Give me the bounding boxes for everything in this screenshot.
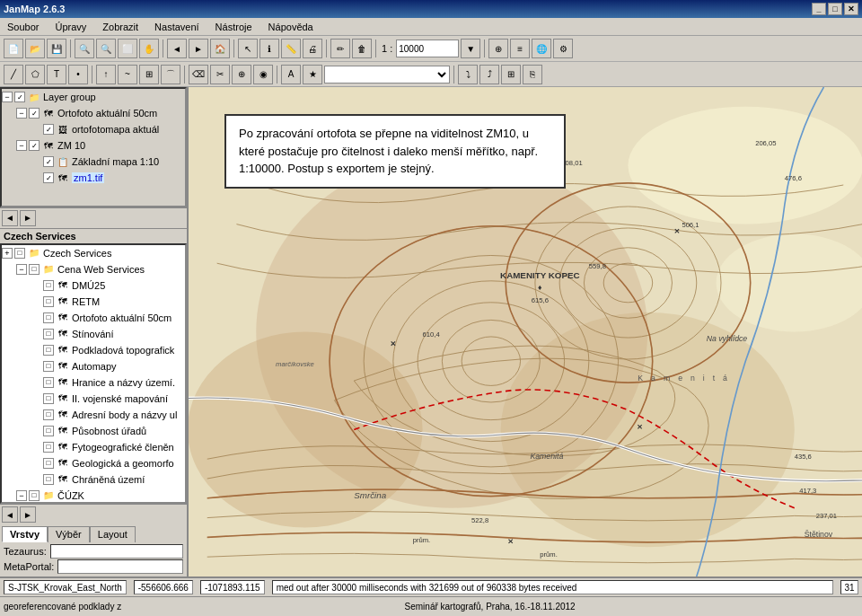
edit-button[interactable]: ✏ xyxy=(330,39,350,58)
arc-tool[interactable]: ⌒ xyxy=(161,65,180,84)
tree-zakladni[interactable]: ✓ 📋 Základní mapa 1:10 xyxy=(31,154,185,170)
checkbox-geo[interactable]: □ xyxy=(43,458,54,469)
tree-pusobnost[interactable]: □ 🗺 Působnost úřadů xyxy=(31,423,185,439)
menu-upravy[interactable]: Úpravy xyxy=(51,20,90,34)
checkbox-zm10[interactable]: ✓ xyxy=(29,140,40,151)
top-layer-tree[interactable]: − ✓ 📁 Layer group − ✓ 🗺 Ortofoto aktuáln… xyxy=(0,87,187,207)
tree-vojenske[interactable]: □ 🗺 II. vojenské mapování xyxy=(31,391,185,407)
tezaurus-input[interactable] xyxy=(50,544,183,559)
checkbox-ortofoto-sub[interactable]: ✓ xyxy=(43,124,54,135)
scale-apply[interactable]: ▼ xyxy=(461,39,480,58)
checkbox-zm1tif[interactable]: ✓ xyxy=(43,172,54,183)
open-button[interactable]: 📂 xyxy=(25,39,45,58)
checkbox-dmu[interactable]: □ xyxy=(43,280,54,291)
copy-map[interactable]: ⎘ xyxy=(523,65,542,84)
checkbox-cws[interactable]: □ xyxy=(29,264,40,275)
layer-button[interactable]: ≡ xyxy=(510,39,530,58)
expander-ortofoto[interactable]: − xyxy=(16,108,27,119)
measure-button[interactable]: 📏 xyxy=(281,39,301,58)
bottom-nav-left[interactable]: ◄ xyxy=(2,506,18,523)
zoom-full-button[interactable]: ⬜ xyxy=(118,39,137,58)
export-btn1[interactable]: ⤵ xyxy=(458,65,478,84)
checkbox-pus[interactable]: □ xyxy=(43,426,54,436)
pan-button[interactable]: ✋ xyxy=(139,39,159,58)
tree-zm10[interactable]: − ✓ 🗺 ZM 10 xyxy=(16,137,185,154)
tree-adresni[interactable]: □ 🗺 Adresní body a názvy ul xyxy=(31,407,185,423)
bottom-layer-tree[interactable]: + □ 📁 Czech Services − □ 📁 Cena Web Serv… xyxy=(0,243,187,504)
checkbox-podkladova[interactable]: □ xyxy=(43,345,54,356)
back-button[interactable]: ◄ xyxy=(167,39,187,58)
checkbox-voj[interactable]: □ xyxy=(43,393,54,404)
tab-layout[interactable]: Layout xyxy=(90,526,136,542)
tree-chranena[interactable]: □ 🗺 Chráněná území xyxy=(31,471,185,488)
top-nav-right[interactable]: ► xyxy=(20,210,36,226)
tree-retm[interactable]: □ 🗺 RETM xyxy=(31,294,185,310)
bottom-nav-right[interactable]: ► xyxy=(20,506,36,523)
split-tool[interactable]: ✂ xyxy=(210,65,230,84)
symbol-tool[interactable]: ★ xyxy=(303,65,322,84)
menu-zobrazit[interactable]: Zobrazit xyxy=(99,20,142,34)
expander-cws[interactable]: − xyxy=(16,264,27,275)
delete-button[interactable]: 🗑 xyxy=(352,39,372,58)
tree-stino[interactable]: □ 🗺 Stínování xyxy=(31,326,185,342)
draw-line[interactable]: ╱ xyxy=(4,65,23,84)
checkbox-ortofoto2[interactable]: □ xyxy=(43,312,54,323)
info-button[interactable]: ℹ xyxy=(259,39,279,58)
tree-zm1tif[interactable]: ✓ 🗺 zm1.tif xyxy=(31,170,185,186)
checkbox-retm[interactable]: □ xyxy=(43,296,54,307)
tree-cuzk[interactable]: − □ 📁 ČÚZK xyxy=(16,488,185,504)
menu-soubor[interactable]: Soubor xyxy=(4,20,42,34)
wms-button[interactable]: 🌐 xyxy=(532,39,551,58)
expander-zm10[interactable]: − xyxy=(16,140,27,151)
new-button[interactable]: 📄 xyxy=(4,39,23,58)
metaportal-input[interactable] xyxy=(57,559,183,574)
tree-fytogeo[interactable]: □ 🗺 Fytogeografické členěn xyxy=(31,439,185,455)
checkbox-layer-group[interactable]: ✓ xyxy=(14,92,25,102)
print-button[interactable]: 🖨 xyxy=(303,39,322,58)
expander-layer-group[interactable]: − xyxy=(2,92,13,102)
checkbox-zakladni[interactable]: ✓ xyxy=(43,156,54,167)
close-button[interactable]: ✕ xyxy=(844,3,858,15)
expander-czech[interactable]: + xyxy=(2,248,13,259)
checkbox-fyt[interactable]: □ xyxy=(43,442,54,453)
export-btn2[interactable]: ⤴ xyxy=(479,65,499,84)
tree-ortofoto[interactable]: − ✓ 🗺 Ortofoto aktuální 50cm xyxy=(16,105,185,121)
maximize-button[interactable]: □ xyxy=(828,3,842,15)
checkbox-chr[interactable]: □ xyxy=(43,474,54,485)
minimize-button[interactable]: _ xyxy=(812,3,826,15)
forward-button[interactable]: ► xyxy=(189,39,208,58)
export-btn3[interactable]: ⊞ xyxy=(501,65,521,84)
top-nav-left[interactable]: ◄ xyxy=(2,210,18,226)
erase-tool[interactable]: ⌫ xyxy=(189,65,208,84)
tree-dmu25[interactable]: □ 🗺 DMÚ25 xyxy=(31,277,185,294)
tree-podkladova[interactable]: □ 🗺 Podkladová topografick xyxy=(31,342,185,358)
draw-point[interactable]: • xyxy=(68,65,88,84)
checkbox-auto[interactable]: □ xyxy=(43,361,54,372)
zoom-out-button[interactable]: 🔍 xyxy=(96,39,116,58)
draw-text[interactable]: T xyxy=(47,65,66,84)
tree-czech[interactable]: + □ 📁 Czech Services xyxy=(2,245,185,261)
tab-vyber[interactable]: Výběr xyxy=(48,526,90,542)
gps-button[interactable]: ⊕ xyxy=(488,39,508,58)
tree-hranice[interactable]: □ 🗺 Hranice a názvy území. xyxy=(31,374,185,391)
snap-tool[interactable]: ⊞ xyxy=(139,65,159,84)
tree-ortofoto-sub[interactable]: ✓ 🖼 ortofotomapa aktuál xyxy=(31,121,185,137)
zoom-in-button[interactable]: 🔍 xyxy=(75,39,94,58)
tab-vrstvy[interactable]: Vrstvy xyxy=(2,526,48,542)
menu-nastroje[interactable]: Nástroje xyxy=(212,20,256,34)
tree-cws[interactable]: − □ 📁 Cena Web Services xyxy=(16,261,185,277)
node-tool[interactable]: ◉ xyxy=(253,65,273,84)
tree-ortofoto2[interactable]: □ 🗺 Ortofoto aktuální 50cm xyxy=(31,310,185,326)
home-button[interactable]: 🏠 xyxy=(210,39,230,58)
tree-layer-group[interactable]: − ✓ 📁 Layer group xyxy=(2,89,185,105)
expander-cuzk[interactable]: − xyxy=(16,490,27,501)
checkbox-ortofoto[interactable]: ✓ xyxy=(29,108,40,119)
checkbox-stino[interactable]: □ xyxy=(43,329,54,339)
save-button[interactable]: 💾 xyxy=(47,39,66,58)
checkbox-hranice[interactable]: □ xyxy=(43,377,54,388)
map-area[interactable]: KAMENITY KOPEC ♦ 615,6 K a m e n i t á S… xyxy=(189,87,862,576)
curve-tool[interactable]: ~ xyxy=(118,65,137,84)
menu-nastaveni[interactable]: Nastavení xyxy=(151,20,203,34)
checkbox-adr[interactable]: □ xyxy=(43,409,54,420)
tree-geolog[interactable]: □ 🗺 Geologická a geomorfo xyxy=(31,455,185,471)
